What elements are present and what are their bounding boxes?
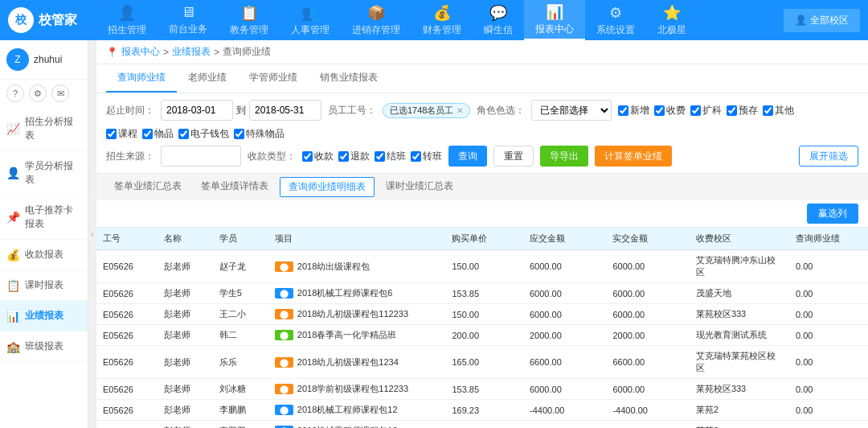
cell-student: 刘冰糖: [213, 379, 268, 400]
date-to-input[interactable]: [249, 100, 321, 121]
sidebar-user: Z zhuhui: [0, 40, 88, 80]
cell-course: ⬤ 2018学前初级课程包112233: [268, 379, 446, 400]
breadcrumb-current: 查询师业绩: [223, 45, 271, 59]
cell-price: 153.85: [445, 379, 523, 400]
sub-tab-sign-summary[interactable]: 签单业绩汇总表: [106, 177, 190, 197]
role-select[interactable]: 已全部选择: [531, 100, 612, 121]
action-bar: 赢选列: [96, 200, 868, 228]
sub-tab-sign-detail[interactable]: 签单业绩详情表: [193, 177, 276, 197]
cell-actual: -4400.00: [606, 400, 689, 421]
cell-student: 李鹏鹏: [213, 421, 268, 429]
date-separator: 到: [236, 104, 246, 117]
checkbox-expand[interactable]: 扩科: [690, 104, 722, 117]
sidebar-collapse-btn[interactable]: ‹: [88, 40, 96, 428]
col-header-campus: 收费校区: [690, 228, 789, 250]
cell-teacher: 彭老师: [158, 379, 213, 400]
cell-workno: E05626: [96, 325, 158, 346]
checkbox-goods[interactable]: 物品: [142, 127, 174, 141]
cell-actual: 6000.00: [606, 379, 689, 400]
tab-sales-perf[interactable]: 销售业绩报表: [309, 64, 389, 93]
tab-teacher-perf[interactable]: 老师业绩: [177, 64, 238, 93]
content-area: 📍 报表中心 > 业绩报表 > 查询师业绩 查询师业绩 老师业绩 学管师业绩 销…: [96, 40, 868, 428]
course-name: 2018幼儿初级课程包1234: [297, 357, 399, 367]
sidebar-item-order[interactable]: 📋 课时报表: [0, 270, 88, 301]
cell-should: 6000.00: [523, 379, 606, 400]
col-header-price: 购买单价: [445, 228, 523, 250]
source-label: 招生来源：: [106, 150, 154, 163]
sidebar-item-revenue[interactable]: 💰 收款报表: [0, 240, 88, 270]
expand-filter-button[interactable]: 展开筛选: [799, 146, 858, 167]
cell-actual: 6000.00: [606, 250, 689, 283]
checkbox-collect[interactable]: 收费: [654, 104, 686, 117]
cell-should: 6600.00: [523, 421, 606, 429]
settings-icon-btn[interactable]: ⚙: [29, 84, 47, 102]
cell-course: ⬤ 2018幼儿初级课程包112233: [268, 304, 446, 325]
sidebar-item-class[interactable]: 🏫 班级报表: [0, 331, 88, 362]
nav-item-polar[interactable]: ⭐ 北极星: [646, 0, 698, 40]
cell-actual: 6600.00: [606, 346, 689, 379]
table-row: E05626 彭老师 刘冰糖 ⬤ 2018学前初级课程包112233 153.8…: [96, 379, 868, 400]
checkbox-change[interactable]: 转班: [411, 150, 442, 163]
checkbox-ewallet[interactable]: 电子钱包: [178, 127, 229, 141]
employee-dismiss-icon[interactable]: ✕: [457, 106, 463, 115]
tab-consult-perf[interactable]: 查询师业绩: [106, 64, 177, 93]
table-body: E05626 彭老师 赵子龙 ⬤ 2018幼出级课程包 150.00 6000.…: [96, 250, 868, 429]
date-range: 到: [161, 100, 321, 121]
filter-row-1: 起止时间： 到 员工工号： 已选1748名员工 ✕ 角色色选： 已全部选择 新增: [106, 100, 858, 141]
nav-item-student-msg[interactable]: 💬 瞬生信: [473, 0, 524, 40]
nav-item-recruit[interactable]: 👤 招生管理: [96, 0, 158, 40]
cell-perf: 0.00: [789, 325, 868, 346]
sub-tab-lesson-perf[interactable]: 课时业绩汇总表: [378, 177, 461, 197]
cell-perf: 0.00: [789, 421, 868, 429]
query-button[interactable]: 查询: [448, 146, 487, 167]
sidebar-item-performance[interactable]: 📊 业绩报表: [0, 301, 88, 331]
tab-manage-perf[interactable]: 学管师业绩: [238, 64, 309, 93]
academic-icon: 📋: [240, 4, 258, 22]
sub-tab-consult-detail[interactable]: 查询师业绩明细表: [280, 177, 375, 197]
date-from-input[interactable]: [161, 100, 233, 121]
help-icon-btn[interactable]: ?: [6, 84, 24, 102]
nav-item-hr[interactable]: 👥 人事管理: [280, 0, 341, 40]
nav-item-frontend[interactable]: 🖥 前台业务: [158, 0, 219, 40]
report-icon: 📊: [546, 3, 563, 21]
checkbox-new[interactable]: 新增: [618, 104, 649, 117]
checkbox-course[interactable]: 课程: [106, 127, 137, 141]
campus-button[interactable]: 👤 全部校区: [784, 9, 860, 32]
course-tag: ⬤: [275, 357, 293, 368]
sidebar-item-recommend[interactable]: 📌 电子推荐卡报表: [0, 195, 88, 240]
table-row: E05626 彭老师 学生5 ⬤ 2018机械工程师课程包6 153.85 60…: [96, 283, 868, 304]
nav-items: 👤 招生管理 🖥 前台业务 📋 教务管理 👥 人事管理 📦 进销存管理 💰 财务…: [96, 0, 784, 40]
sidebar-item-recruit-analysis[interactable]: 📈 招生分析报表: [0, 107, 88, 151]
checkbox-transfer[interactable]: 结班: [375, 150, 406, 163]
sidebar-icon-row: ? ⚙ ✉: [0, 80, 88, 107]
nav-item-system[interactable]: ⚙ 系统设置: [585, 0, 646, 40]
nav-item-report[interactable]: 📊 报表中心: [524, 0, 585, 40]
app-logo: 校 校管家: [8, 7, 80, 33]
checkbox-refund[interactable]: 退款: [338, 150, 370, 163]
checkbox-receipt[interactable]: 收款: [302, 150, 334, 163]
nav-item-inventory[interactable]: 📦 进销存管理: [341, 0, 411, 40]
cell-teacher: 彭老师: [158, 421, 213, 429]
cell-price: 169.23: [445, 400, 523, 421]
nav-item-academic[interactable]: 📋 教务管理: [219, 0, 280, 40]
source-input[interactable]: [161, 146, 241, 167]
reset-button[interactable]: 重置: [493, 146, 534, 167]
nav-item-finance[interactable]: 💰 财务管理: [411, 0, 473, 40]
checkbox-save[interactable]: 预存: [727, 104, 758, 117]
breadcrumb-icon: 📍: [106, 47, 118, 58]
calc-button[interactable]: 计算签单业绩: [595, 146, 672, 167]
breadcrumb-link-performance[interactable]: 业绩报表: [172, 45, 211, 59]
export-button[interactable]: 导导出: [540, 146, 588, 167]
checkbox-other[interactable]: 其他: [763, 104, 794, 117]
breadcrumb-link-report[interactable]: 报表中心: [121, 45, 160, 59]
table-row: E05626 彭老师 王二小 ⬤ 2018幼儿初级课程包112233 150.0…: [96, 304, 868, 325]
checkbox-special[interactable]: 特殊物品: [234, 127, 285, 141]
breadcrumb: 📍 报表中心 > 业绩报表 > 查询师业绩: [96, 40, 868, 64]
message-icon-btn[interactable]: ✉: [51, 84, 69, 102]
sidebar-item-student-analysis[interactable]: 👤 学员分析报表: [0, 151, 88, 195]
select-columns-button[interactable]: 赢选列: [807, 204, 858, 224]
avatar: Z: [6, 48, 29, 71]
employee-tag[interactable]: 已选1748名员工 ✕: [383, 103, 470, 118]
cell-teacher: 彭老师: [158, 400, 213, 421]
cell-price: 165.00: [445, 346, 523, 379]
